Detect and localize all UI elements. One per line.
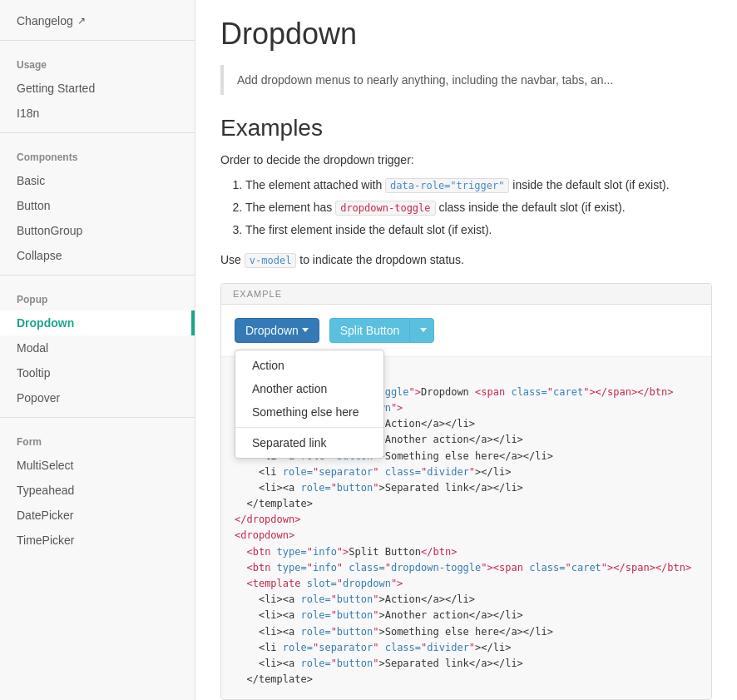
sidebar-item-popover[interactable]: Popover <box>0 385 195 410</box>
split-button-label: Split Button <box>340 324 400 337</box>
code-line-11: <dropdown> <box>235 528 698 544</box>
list-item-3: The first element inside the default slo… <box>245 220 712 241</box>
dropdown-item-action[interactable]: Action <box>235 354 383 377</box>
code-line-10: </dropdown> <box>235 512 698 528</box>
sidebar-item-tooltip[interactable]: Tooltip <box>0 360 195 385</box>
description-text: Add dropdown menus to nearly anything, i… <box>237 73 613 87</box>
sidebar-item-i18n[interactable]: I18n <box>0 101 195 126</box>
split-button-group: Split Button <box>329 318 435 343</box>
dropdown-wrapper: Dropdown Action Another action Something… <box>235 318 319 343</box>
code-data-role-trigger: data-role="trigger" <box>385 178 509 193</box>
sidebar-item-multiselect[interactable]: MultiSelect <box>0 453 195 478</box>
code-v-model: v-model <box>245 253 297 268</box>
sidebar-item-modal[interactable]: Modal <box>0 335 195 360</box>
sidebar-divider-3 <box>0 275 195 276</box>
dropdown-divider <box>235 427 383 428</box>
code-line-20: </template> <box>235 672 698 688</box>
code-line-18: <li role="separator" class="divider"></l… <box>235 640 698 656</box>
dropdown-caret-icon <box>302 328 309 332</box>
code-line-12: <btn type="info">Split Button</btn> <box>235 544 698 560</box>
code-line-9: </template> <box>235 496 698 512</box>
split-button-toggle[interactable] <box>409 318 434 343</box>
dropdown-item-another-action[interactable]: Another action <box>235 377 383 400</box>
dropdown-btn-group: Dropdown <box>235 318 319 343</box>
description-box: Add dropdown menus to nearly anything, i… <box>220 65 712 95</box>
section-label-usage: Usage <box>0 47 195 76</box>
code-line-15: <li><a role="button">Action</a></li> <box>235 592 698 608</box>
example-label: EXAMPLE <box>221 284 711 305</box>
code-line-13: <btn type="info" class="dropdown-toggle"… <box>235 560 698 576</box>
sidebar-item-button[interactable]: Button <box>0 193 195 218</box>
code-line-17: <li><a role="button">Something else here… <box>235 624 698 640</box>
code-line-19: <li><a role="button">Separated link</a><… <box>235 656 698 672</box>
dropdown-item-something-else[interactable]: Something else here <box>235 400 383 424</box>
examples-title: Examples <box>220 115 712 141</box>
dropdown-menu: Action Another action Something else her… <box>235 350 384 459</box>
sidebar-divider-2 <box>0 132 195 133</box>
trigger-order-list: The element attached with data-role="tri… <box>220 175 712 241</box>
section-label-popup: Popup <box>0 282 195 310</box>
main-content: Dropdown Add dropdown menus to nearly an… <box>195 0 737 700</box>
code-dropdown-toggle: dropdown-toggle <box>335 201 435 216</box>
sidebar-item-collapse[interactable]: Collapse <box>0 243 195 268</box>
page-title: Dropdown <box>220 17 712 52</box>
dropdown-button[interactable]: Dropdown <box>235 318 319 343</box>
code-line-16: <li><a role="button">Another action</a><… <box>235 608 698 623</box>
sidebar: Changelog ↗ Usage Getting Started I18n C… <box>0 0 195 700</box>
section-label-form: Form <box>0 424 195 453</box>
example-box: EXAMPLE Dropdown Action Another action S… <box>220 283 712 700</box>
sidebar-divider-4 <box>0 417 195 418</box>
code-line-14: <template slot="dropdown"> <box>235 576 698 592</box>
split-caret-icon <box>420 328 427 332</box>
order-text: Order to decide the dropdown trigger: <box>220 153 712 166</box>
sidebar-item-typeahead[interactable]: Typeahead <box>0 478 195 503</box>
sidebar-item-button-group[interactable]: ButtonGroup <box>0 218 195 243</box>
sidebar-item-getting-started[interactable]: Getting Started <box>0 76 195 101</box>
external-link-icon: ↗ <box>77 15 86 27</box>
dropdown-item-separated-link[interactable]: Separated link <box>235 431 383 454</box>
code-line-8: <li><a role="button">Separated link</a><… <box>235 480 698 496</box>
sidebar-item-timepicker[interactable]: TimePicker <box>0 528 195 553</box>
code-line-7: <li role="separator" class="divider"></l… <box>235 464 698 480</box>
example-preview: Dropdown Action Another action Something… <box>221 305 711 356</box>
dropdown-button-label: Dropdown <box>245 324 299 337</box>
sidebar-item-basic[interactable]: Basic <box>0 168 195 193</box>
sidebar-item-dropdown[interactable]: Dropdown <box>0 310 195 335</box>
section-label-components: Components <box>0 140 195 168</box>
sidebar-item-changelog[interactable]: Changelog ↗ <box>0 8 195 33</box>
split-button-main[interactable]: Split Button <box>329 318 410 343</box>
sidebar-divider-1 <box>0 40 195 41</box>
use-text: Use v-model to indicate the dropdown sta… <box>220 253 712 266</box>
list-item-1: The element attached with data-role="tri… <box>245 175 712 196</box>
list-item-2: The element has dropdown-toggle class in… <box>245 197 712 218</box>
sidebar-item-datepicker[interactable]: DatePicker <box>0 503 195 528</box>
changelog-label: Changelog <box>17 14 73 27</box>
